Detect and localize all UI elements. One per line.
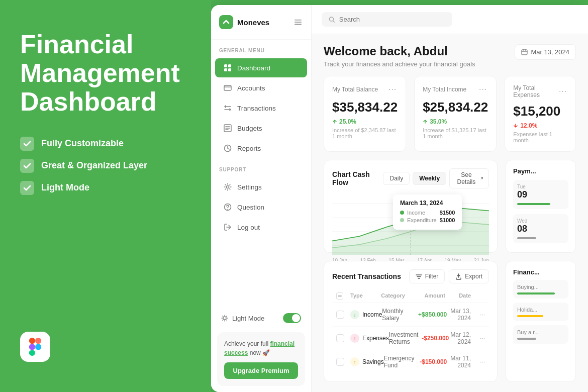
stat-card-other: My Total Expenses ··· $15,200 12.0% Expe… <box>505 76 576 152</box>
upgrade-text: Achieve your full financial success now … <box>224 340 295 356</box>
logo-area: Moneves <box>219 15 269 29</box>
row1-more[interactable]: ··· <box>471 335 485 342</box>
finance-item-label-1: Holida... <box>517 307 564 313</box>
search-box[interactable] <box>322 12 452 27</box>
payments-title: Paym... <box>513 167 568 175</box>
nav-item-budgets[interactable]: Budgets <box>215 119 307 138</box>
stat-income-change: 35.0% <box>423 118 488 125</box>
check-icon-1 <box>20 137 34 151</box>
table-header: Type Category Amount Date <box>332 289 489 303</box>
logo-icon <box>219 15 233 29</box>
hero-section: Financial Management Dashboard Fully Cus… <box>0 0 211 392</box>
svg-rect-19 <box>522 50 527 55</box>
export-icon <box>455 273 462 280</box>
nav-item-logout[interactable]: Log out <box>215 218 307 237</box>
svg-rect-0 <box>29 338 35 344</box>
sidebar-toggle[interactable] <box>293 17 303 27</box>
logo-text: Moneves <box>237 18 269 27</box>
welcome-row: Welcome back, Abdul Track your finances … <box>324 44 576 68</box>
stat-other-more[interactable]: ··· <box>558 86 567 96</box>
row2-date: Mar 11, 2024 <box>447 355 471 369</box>
row0-check[interactable] <box>336 311 350 319</box>
chart-btn-daily[interactable]: Daily <box>383 172 410 185</box>
general-menu-label: GENERAL MENU <box>211 40 311 57</box>
export-btn[interactable]: Export <box>449 269 489 283</box>
nav-item-settings[interactable]: Settings <box>215 177 307 197</box>
arrow-down-icon <box>513 123 518 128</box>
table-row-1: ↑ Expenses Investment Returns -$250.000 … <box>332 327 489 350</box>
stat-income-pct: 35.0% <box>430 118 447 125</box>
upgrade-card: Achieve your full financial success now … <box>217 332 305 386</box>
filter-btn[interactable]: Filter <box>409 269 445 283</box>
stat-card-income-header: My Total Income ··· <box>423 84 488 94</box>
finance-side-card: Financ... Buying... Holida... Buy a r... <box>506 261 576 382</box>
welcome-title: Welcome back, Abdul <box>324 44 475 58</box>
stat-other-footnote: Expenses last 1 month <box>513 131 567 143</box>
nav-label-settings: Settings <box>237 183 262 191</box>
row2-check[interactable] <box>336 358 350 366</box>
tooltip-expenditure-key: Expenditure <box>407 217 437 223</box>
row2-more[interactable]: ··· <box>471 358 485 365</box>
tooltip-expenditure-val: $1000 <box>440 217 455 223</box>
arrow-up-icon-balance <box>332 119 337 124</box>
check-icon-2 <box>20 159 34 173</box>
stat-balance-more[interactable]: ··· <box>387 84 398 94</box>
feature-list: Fully Customizable Great & Organized Lay… <box>20 137 191 195</box>
tooltip-income-key: Income <box>407 210 437 216</box>
light-mode-label: Light Mode <box>221 315 264 322</box>
stat-balance-change: 25.0% <box>332 118 398 125</box>
payment-item-1: Wed 08 <box>513 214 568 243</box>
see-details-btn[interactable]: See Details <box>449 168 489 188</box>
nav-item-accounts[interactable]: Accounts <box>215 78 307 97</box>
stat-other-value: $15,200 <box>513 104 567 119</box>
stat-income-more[interactable]: ··· <box>478 84 488 94</box>
finance-side-title: Financ... <box>513 268 568 276</box>
finance-item-2: Buy a r... <box>513 325 568 344</box>
finance-item-bar-2 <box>517 338 536 340</box>
row1-check[interactable] <box>336 334 350 342</box>
row1-category: Investment Returns <box>389 331 422 345</box>
finance-item-label-0: Buying... <box>517 284 564 290</box>
stat-other-change: 12.0% <box>513 122 567 129</box>
general-menu-section: GENERAL MENU Dashboard <box>211 40 311 159</box>
reports-icon <box>223 144 232 153</box>
payment-day-1: 08 <box>517 224 564 234</box>
table-row-2: ↑ Savings Emergency Fund -$150.000 Mar 1… <box>332 350 489 373</box>
nav-label-accounts: Accounts <box>237 84 265 92</box>
stat-balance-value: $35,834.22 <box>332 100 398 115</box>
arrow-up-icon-income <box>423 119 428 124</box>
stat-balance-label: My Total Balance <box>332 86 378 93</box>
sidebar-bottom: Light Mode Achieve your full financial s… <box>211 303 311 392</box>
search-input[interactable] <box>339 16 445 23</box>
row1-amount: -$250.000 <box>422 335 449 342</box>
finance-item-0: Buying... <box>513 280 568 299</box>
nav-item-transactions[interactable]: Transactions <box>215 99 307 118</box>
savings-arrow-2: ↑ <box>350 357 359 366</box>
main-content: Welcome back, Abdul Track your finances … <box>312 5 588 392</box>
nav-item-reports[interactable]: Reports <box>215 139 307 158</box>
feature-text-3: Light Mode <box>41 182 89 193</box>
date-text: Mar 13, 2024 <box>531 48 569 56</box>
feature-item-3: Light Mode <box>20 181 191 195</box>
upgrade-btn[interactable]: Upgrade Premium <box>224 362 298 379</box>
chart-area: March 13, 2024 Income $1500 Expenditure … <box>332 194 489 255</box>
chart-controls: Daily Weekly See Details <box>383 168 489 188</box>
dashboard-body: Welcome back, Abdul Track your finances … <box>312 34 588 392</box>
svg-point-17 <box>223 317 226 320</box>
row0-more[interactable]: ··· <box>471 311 485 318</box>
nav-label-transactions: Transactions <box>237 105 276 112</box>
settings-icon <box>223 182 232 191</box>
svg-rect-11 <box>228 68 231 71</box>
light-mode-toggle[interactable] <box>283 313 301 323</box>
nav-item-dashboard[interactable]: Dashboard <box>215 58 307 77</box>
stat-income-label: My Total Income <box>423 86 466 93</box>
chart-btn-weekly[interactable]: Weekly <box>413 172 446 185</box>
finance-item-bar-0 <box>517 292 555 295</box>
nav-label-question: Question <box>237 204 264 211</box>
chart-tooltip: March 13, 2024 Income $1500 Expenditure … <box>393 194 462 230</box>
row0-date: Mar 13, 2024 <box>447 308 471 322</box>
nav-item-question[interactable]: Question <box>215 198 307 217</box>
col-type-header: Type <box>350 292 381 300</box>
row0-type: ↓ Income <box>350 310 382 319</box>
col-more-header <box>471 292 485 300</box>
